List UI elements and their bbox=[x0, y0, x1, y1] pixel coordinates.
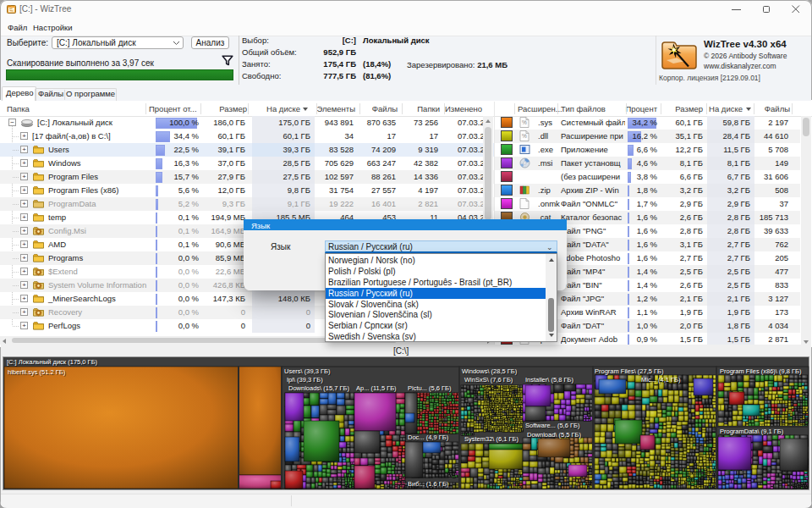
svg-text:hiberfil.sys (51.2 ГБ): hiberfil.sys (51.2 ГБ) bbox=[8, 368, 66, 376]
svg-text:Ap... (11,5 ГБ): Ap... (11,5 ГБ) bbox=[356, 384, 397, 392]
svg-text:System32\ (6,1 ГБ): System32\ (6,1 ГБ) bbox=[464, 435, 519, 443]
svg-text:Download\ (5,5 ГБ): Download\ (5,5 ГБ) bbox=[527, 431, 582, 439]
svg-text:Виб... (1,6 ГБ): Виб... (1,6 ГБ) bbox=[408, 480, 449, 488]
svg-text:ProgramData\ (9,1 ГБ): ProgramData\ (9,1 ГБ) bbox=[720, 428, 784, 435]
svg-text:Downloads\ (15,7 ГБ): Downloads\ (15,7 ГБ) bbox=[288, 384, 349, 392]
svg-text:Windows\ (28,5 ГБ): Windows\ (28,5 ГБ) bbox=[462, 367, 518, 375]
svg-text:Ipl\ (39,3 ГБ): Ipl\ (39,3 ГБ) bbox=[287, 376, 323, 384]
svg-text:Program Files\ (27,5 ГБ): Program Files\ (27,5 ГБ) bbox=[595, 367, 664, 375]
svg-text:Users\ (39,3 ГБ): Users\ (39,3 ГБ) bbox=[284, 367, 331, 375]
svg-text:[C:] Локальный диск (175,0 ГБ: [C:] Локальный диск (175,0 ГБ) bbox=[7, 358, 98, 366]
svg-text:Software... (5,6 ГБ): Software... (5,6 ГБ) bbox=[525, 422, 580, 429]
svg-text:Mic... (4,1 ГБ): Mic... (4,1 ГБ) bbox=[641, 376, 681, 384]
svg-text:Pictu... (5,6 ГБ): Pictu... (5,6 ГБ) bbox=[408, 384, 452, 392]
svg-text:Doc... (4,9 ГБ): Doc... (4,9 ГБ) bbox=[408, 433, 449, 441]
svg-text:Installer\ (5,8 ГБ): Installer\ (5,8 ГБ) bbox=[525, 376, 573, 384]
svg-text:Program Files (x86)\ (9,8 ГБ): Program Files (x86)\ (9,8 ГБ) bbox=[720, 367, 802, 375]
svg-text:WinSxS\ (7,6 ГБ): WinSxS\ (7,6 ГБ) bbox=[464, 376, 513, 384]
